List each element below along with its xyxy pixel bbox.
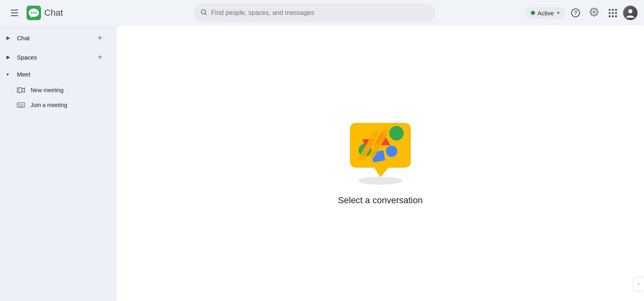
app-logo: Chat — [27, 6, 63, 20]
spaces-arrow-icon: ▶ — [6, 54, 13, 60]
sidebar: ▶ Chat + ▶ Spaces + ▾ Meet — [0, 26, 117, 301]
avatar — [623, 6, 638, 20]
sidebar-chat-header[interactable]: ▶ Chat + — [0, 29, 112, 47]
svg-point-18 — [358, 177, 402, 185]
sidebar-section-meet: ▾ Meet New meeting — [0, 68, 117, 112]
svg-point-19 — [389, 126, 404, 140]
add-space-button[interactable]: + — [94, 52, 105, 63]
svg-point-1 — [31, 12, 33, 14]
grid-icon — [609, 9, 617, 17]
menu-button[interactable] — [6, 5, 23, 21]
search-bar[interactable] — [194, 4, 435, 22]
question-mark-icon: ? — [571, 8, 580, 17]
hamburger-icon — [11, 10, 18, 16]
svg-point-7 — [628, 9, 632, 13]
sidebar-section-chat: ▶ Chat + — [0, 29, 117, 47]
empty-state: Select a conversation — [338, 121, 423, 206]
svg-point-6 — [593, 11, 595, 13]
sidebar-meet-label: Meet — [17, 71, 105, 78]
sidebar-spaces-label: Spaces — [17, 54, 94, 61]
svg-rect-10 — [17, 103, 25, 107]
svg-line-5 — [205, 13, 206, 14]
header-left: Chat — [6, 5, 103, 21]
header: Chat Active ▾ ? — [0, 0, 644, 26]
meet-arrow-icon: ▾ — [6, 72, 13, 77]
gear-icon — [590, 8, 599, 19]
apps-button[interactable] — [605, 5, 621, 21]
chevron-left-icon: ‹ — [638, 281, 640, 287]
svg-point-3 — [35, 12, 37, 14]
sidebar-chat-label: Chat — [17, 35, 94, 41]
sidebar-spaces-header[interactable]: ▶ Spaces + — [0, 48, 112, 66]
active-status-dot — [531, 11, 535, 15]
search-input[interactable] — [211, 9, 429, 16]
account-button[interactable] — [623, 6, 638, 20]
empty-state-text: Select a conversation — [338, 195, 423, 206]
chat-logo-icon — [27, 6, 41, 20]
sidebar-meet-header[interactable]: ▾ Meet — [0, 68, 112, 81]
video-camera-icon — [17, 87, 25, 94]
svg-rect-8 — [17, 88, 22, 93]
svg-point-2 — [33, 12, 35, 14]
collapse-sidebar-button[interactable]: ‹ — [633, 277, 644, 291]
chat-bubble-svg — [344, 121, 417, 186]
help-button[interactable]: ? — [568, 5, 584, 21]
settings-button[interactable] — [586, 5, 602, 21]
main-content: Select a conversation ‹ — [117, 26, 644, 301]
status-label: Active — [537, 10, 554, 16]
sidebar-item-join-meeting[interactable]: Join a meeting — [0, 98, 112, 112]
sidebar-section-spaces: ▶ Spaces + — [0, 48, 117, 66]
app-title: Chat — [44, 8, 63, 18]
status-button[interactable]: Active ▾ — [525, 7, 565, 19]
header-right: Active ▾ ? — [525, 5, 638, 21]
add-chat-button[interactable]: + — [94, 32, 105, 43]
search-icon — [200, 8, 207, 18]
svg-point-20 — [386, 146, 397, 157]
search-bar-container — [108, 4, 520, 22]
join-meeting-label: Join a meeting — [31, 102, 67, 108]
chevron-down-icon: ▾ — [557, 10, 559, 16]
new-meeting-label: New meeting — [31, 87, 64, 93]
keyboard-icon — [17, 102, 25, 108]
chat-illustration — [344, 121, 417, 186]
sidebar-item-new-meeting[interactable]: New meeting — [0, 82, 112, 98]
main-layout: ▶ Chat + ▶ Spaces + ▾ Meet — [0, 26, 644, 301]
chat-arrow-icon: ▶ — [6, 35, 13, 41]
